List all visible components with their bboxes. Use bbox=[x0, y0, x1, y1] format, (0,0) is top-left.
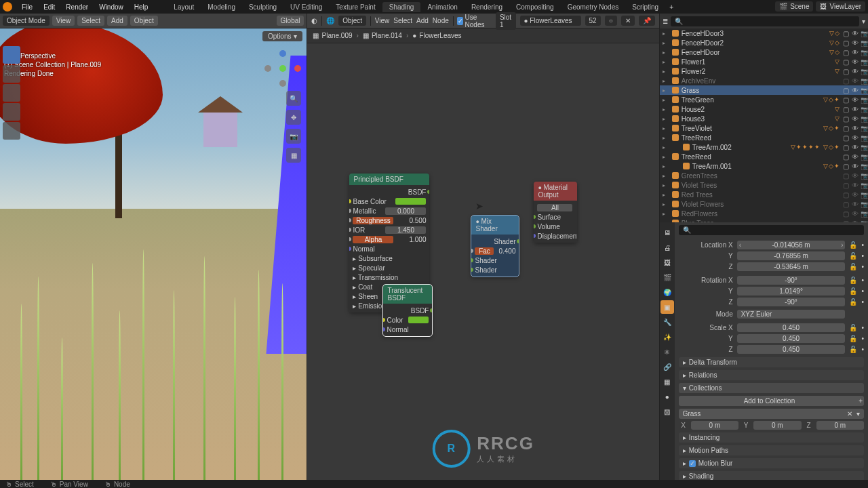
outliner-row[interactable]: ▸House3▽▢👁📷 bbox=[660, 114, 868, 123]
zoom-icon[interactable]: 🔍 bbox=[286, 91, 301, 106]
outliner-row[interactable]: ▸TreeArm.001▽◇✦▢👁📷 bbox=[660, 161, 868, 171]
menu-window[interactable]: Window bbox=[94, 3, 129, 11]
tab-material[interactable]: ● bbox=[660, 390, 674, 403]
tool-scale[interactable] bbox=[3, 122, 20, 140]
editor-type-icon[interactable]: ≣ bbox=[663, 18, 668, 25]
coll-offset-y[interactable]: 0 m bbox=[753, 421, 801, 430]
tab-uvediting[interactable]: UV Editing bbox=[283, 2, 329, 12]
ne-menu-select[interactable]: Select bbox=[393, 17, 412, 24]
outliner-row[interactable]: ▸Grass▢👁📷 bbox=[660, 85, 868, 95]
tab-constraints[interactable]: 🔗 bbox=[660, 360, 674, 373]
node-material-output[interactable]: ● Material Output All Surface Volume Dis… bbox=[534, 182, 577, 243]
ne-menu-node[interactable]: Node bbox=[433, 17, 449, 24]
viewport-menu-add[interactable]: Add bbox=[107, 16, 127, 26]
tab-modeling[interactable]: Modeling bbox=[201, 2, 242, 12]
panel-motion-paths[interactable]: ▸ Motion Paths bbox=[679, 445, 864, 455]
viewlayer-selector[interactable]: 🖼 ViewLayer bbox=[816, 1, 865, 12]
shader-type-icon[interactable]: 🌐 bbox=[326, 17, 334, 24]
outliner-row[interactable]: ▸TreeReed▢👁📷 bbox=[660, 133, 868, 142]
crumb-root[interactable]: ▦Plane.009 bbox=[313, 32, 352, 39]
tab-physics[interactable]: ⚛ bbox=[660, 345, 674, 359]
tool-cursor[interactable] bbox=[3, 65, 20, 83]
node-canvas[interactable]: Principled BSDF BSDF Base Color Metallic… bbox=[307, 43, 658, 480]
outliner-row[interactable]: ▸TreeViolet▽◇✦▢👁📷 bbox=[660, 123, 868, 133]
panel-relations[interactable]: ▸ Relations bbox=[679, 370, 864, 380]
tab-render[interactable]: 🖥 bbox=[660, 226, 674, 239]
panel-collections[interactable]: ▾ Collections bbox=[679, 383, 864, 393]
outliner-row[interactable]: ▸GreenTrees▢👁📷 bbox=[660, 171, 868, 180]
pan-icon[interactable]: ✥ bbox=[286, 110, 301, 125]
nav-gizmo[interactable] bbox=[264, 50, 301, 87]
scale-x[interactable]: 0.450 bbox=[737, 323, 846, 332]
outliner-row[interactable]: ▸Violet Trees▢👁📷 bbox=[660, 180, 868, 190]
coll-offset-z[interactable]: 0 m bbox=[816, 421, 864, 430]
tab-modifiers[interactable]: 🔧 bbox=[660, 315, 674, 329]
tab-rendering[interactable]: Rendering bbox=[465, 2, 509, 12]
tab-output[interactable]: 🖨 bbox=[660, 241, 674, 254]
ne-menu-add[interactable]: Add bbox=[416, 17, 429, 24]
tool-select[interactable] bbox=[3, 46, 20, 64]
viewport-menu-object[interactable]: Object bbox=[130, 16, 158, 26]
ne-menu-view[interactable]: View bbox=[375, 17, 390, 24]
outliner-row[interactable]: ▸ArchiveEnv▢👁📷 bbox=[660, 76, 868, 85]
tab-scene[interactable]: 🎬 bbox=[660, 270, 674, 284]
outliner-row[interactable]: ▸RedFlowers▢👁📷 bbox=[660, 209, 868, 218]
props-search[interactable]: 🔍 bbox=[679, 225, 864, 235]
tab-layout[interactable]: Layout bbox=[167, 2, 201, 12]
panel-motion-blur[interactable]: ▸ ✓ Motion Blur bbox=[679, 458, 864, 468]
outliner-row[interactable]: ▸Flower1▽▢👁📷 bbox=[660, 57, 868, 66]
lock-icon[interactable]: 🔓 bbox=[849, 241, 857, 249]
add-to-collection-button[interactable]: Add to Collection + bbox=[679, 396, 864, 406]
scene-selector[interactable]: 🎬 Scene bbox=[775, 1, 813, 12]
node-translucent-bsdf[interactable]: Translucent BSDF BSDF Color Normal bbox=[383, 285, 432, 336]
viewport-options-dropdown[interactable]: Options▾ bbox=[262, 31, 302, 41]
outliner-tree[interactable]: ▸FenceHDoor3▽◇▢👁📷▸FenceHDoor2▽◇▢👁📷▸Fence… bbox=[660, 28, 868, 222]
unlink-material-button[interactable]: ✕ bbox=[621, 16, 635, 26]
outliner-search[interactable]: 🔍 bbox=[671, 16, 859, 26]
material-selector[interactable]: ● FlowerLeaves bbox=[520, 16, 581, 26]
collection-chip[interactable]: Grass ✕ ▾ bbox=[679, 409, 864, 419]
camera-icon[interactable]: 📷 bbox=[286, 129, 301, 144]
tab-geonodes[interactable]: Geometry Nodes bbox=[561, 2, 626, 12]
use-nodes-toggle[interactable]: ✓ Use Nodes bbox=[457, 14, 487, 28]
tab-compositing[interactable]: Compositing bbox=[509, 2, 561, 12]
outliner-row[interactable]: ▸TreeArm.002▽✦✦✦✦ ▽◇✦▢👁📷 bbox=[660, 142, 868, 152]
outliner-row[interactable]: ▸Red Trees▢👁📷 bbox=[660, 190, 868, 199]
tab-shading[interactable]: Shading bbox=[382, 2, 421, 12]
outliner-row[interactable]: ▸FenceHDoor3▽◇▢👁📷 bbox=[660, 28, 868, 38]
rotation-y[interactable]: 1.0149° bbox=[737, 287, 846, 296]
new-material-button[interactable]: ○ bbox=[605, 16, 617, 26]
perspective-icon[interactable]: ▦ bbox=[286, 148, 301, 163]
rotation-x[interactable]: -90° bbox=[737, 276, 846, 285]
menu-render[interactable]: Render bbox=[60, 3, 94, 11]
menu-help[interactable]: Help bbox=[129, 3, 154, 11]
outliner-row[interactable]: ▸FenceHDoor2▽◇▢👁📷 bbox=[660, 38, 868, 47]
outliner-row[interactable]: ▸House2▽▢👁📷 bbox=[660, 104, 868, 114]
panel-delta-transform[interactable]: ▸ Delta Transform bbox=[679, 357, 864, 367]
crumb-material[interactable]: ●FlowerLeaves bbox=[412, 32, 461, 39]
crumb-mesh[interactable]: ▦Plane.014 bbox=[363, 32, 402, 39]
tab-animation[interactable]: Animation bbox=[420, 2, 464, 12]
tool-rotate[interactable] bbox=[3, 103, 20, 121]
filter-icon[interactable]: ▾ bbox=[862, 18, 865, 25]
tab-world[interactable]: 🌍 bbox=[660, 285, 674, 299]
slot-selector[interactable]: Slot 1 bbox=[496, 12, 516, 30]
add-workspace-button[interactable]: + bbox=[665, 2, 677, 12]
coll-offset-x[interactable]: 0 m bbox=[691, 421, 738, 430]
tool-move[interactable] bbox=[3, 84, 20, 102]
menu-file[interactable]: File bbox=[16, 3, 38, 11]
editor-type-icon[interactable]: ◐ bbox=[311, 17, 317, 24]
tab-texture[interactable]: ▨ bbox=[660, 405, 674, 418]
options-icon[interactable]: ▾ bbox=[856, 410, 860, 418]
outliner-row[interactable]: ▸TreeGreen▽◇✦▢👁📷 bbox=[660, 95, 868, 104]
tab-texturepaint[interactable]: Texture Paint bbox=[329, 2, 382, 12]
rotation-z[interactable]: -90° bbox=[737, 298, 846, 306]
node-mix-shader[interactable]: ● Mix Shader Shader Fac0.400 Shader Shad… bbox=[471, 216, 519, 277]
scale-y[interactable]: 0.450 bbox=[737, 334, 846, 343]
viewport-canvas[interactable]: User Perspective (1) Scene Collection | … bbox=[0, 28, 307, 480]
outliner-row[interactable]: ▸FenceHDoor▽◇▢👁📷 bbox=[660, 47, 868, 57]
tab-object[interactable]: ▣ bbox=[660, 300, 674, 314]
tab-sculpting[interactable]: Sculpting bbox=[242, 2, 283, 12]
outliner-row[interactable]: ▸TreeReed▢👁📷 bbox=[660, 152, 868, 161]
viewport-menu-select[interactable]: Select bbox=[77, 16, 104, 26]
